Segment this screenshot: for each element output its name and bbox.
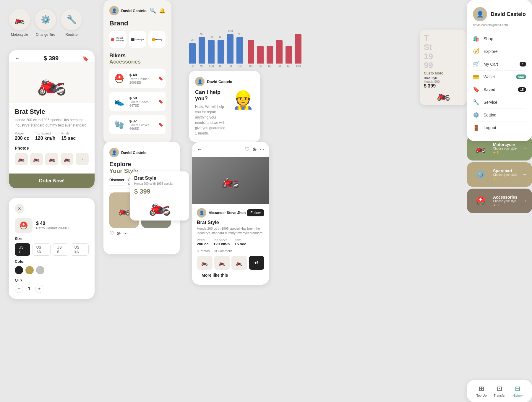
social-detail-panel: ← ♡ ⊕ ··· 🏍️ 👤 Alexander Steve Jhon Foll… <box>192 142 269 285</box>
color-black[interactable] <box>15 266 23 274</box>
gloves-bookmark-icon[interactable]: 🔖 <box>158 122 163 127</box>
product-body: Brat Style Honda 200 cc th 1995 special … <box>9 103 95 174</box>
search-icon[interactable]: 🔍 <box>150 7 156 14</box>
menu-shop-label: Shop <box>484 36 526 41</box>
explore-add-icon[interactable]: ⊕ <box>116 230 121 237</box>
photos-count[interactable]: 8 Photos <box>197 249 210 253</box>
nav-top-up[interactable]: ⊞ Top Up <box>476 385 487 397</box>
spec-power-label: Power <box>15 132 29 135</box>
product-teaser-card: TSt1999 Custo Moto Brat Style Honda 900.… <box>420 30 467 105</box>
photo-thumb-4[interactable]: 🏍️ <box>61 153 74 165</box>
menu-item-wallet[interactable]: 💳 Wallet 968 <box>473 71 526 83</box>
menu-item-shop[interactable]: 🛍️ Shop <box>473 33 526 45</box>
brand-logo-royal-enfield[interactable]: 🔴Royal Enfield <box>109 31 126 48</box>
motorcycle-card-name: Motorcycle <box>493 142 518 147</box>
qty-minus-button[interactable]: − <box>15 285 23 293</box>
brand-title: Brand <box>109 20 166 27</box>
quick-actions-panel: 🏍️ Motorcycle ⚙️ Change Tire 🔧 Routine <box>9 9 82 37</box>
qty-plus-button[interactable]: + <box>35 285 43 293</box>
color-gold[interactable] <box>25 266 34 274</box>
menu-item-logout[interactable]: 🚪 Logout <box>473 121 526 134</box>
order-now-button[interactable]: Order Now! <box>9 174 95 188</box>
size-us75[interactable]: US 7,5 <box>33 243 51 256</box>
social-thumb-1[interactable]: 🏍️ <box>197 256 213 270</box>
social-back-button[interactable]: ← <box>197 146 202 153</box>
help-text-block: Can I help you? Hallo, We will help you … <box>195 89 227 136</box>
quick-action-routine[interactable]: 🔧 Routine <box>61 9 82 37</box>
product-detail-header: ← $ 399 🔖 <box>9 50 95 62</box>
size-us85[interactable]: US 8,5 <box>71 243 89 256</box>
qty-section: QTY − 1 + <box>15 278 89 293</box>
history-label: History <box>512 394 523 397</box>
size-us8[interactable]: US 8 <box>53 243 68 256</box>
menu-item-saved[interactable]: 🔖 Saved 15 <box>473 83 526 96</box>
photo-thumb-3[interactable]: 🏍️ <box>45 153 58 165</box>
photo-thumb-2[interactable]: 🏍️ <box>30 153 43 165</box>
bar-red-4 <box>276 40 283 64</box>
social-more-button[interactable]: ··· <box>260 146 264 153</box>
nav-history[interactable]: ⊟ History <box>512 385 523 397</box>
menu-item-my-cart[interactable]: 🛒 My Cart 1 <box>473 58 526 71</box>
tab-discover[interactable]: Discover <box>109 178 124 186</box>
color-silver[interactable] <box>36 266 44 274</box>
menu-item-service[interactable]: 🔧 Service <box>473 96 526 109</box>
social-thumb-2[interactable]: 🏍️ <box>214 256 230 270</box>
bar-col-1: 70 80 <box>189 38 196 68</box>
product-card-accessories[interactable]: ⛑️ Accessories Choose your style! ★ 5 → <box>467 189 532 213</box>
cart-badge: 1 <box>520 62 526 67</box>
quick-action-motorcycle-label: Motorcycle <box>11 33 28 37</box>
bar-blue-2 <box>199 37 205 64</box>
qty-label: QTY <box>15 278 89 282</box>
follow-button[interactable]: Follow <box>247 209 264 216</box>
explore-more-icon[interactable]: ··· <box>123 230 128 237</box>
service-icon: 🔧 <box>473 99 480 106</box>
helmet-bookmark-icon[interactable]: 🔖 <box>158 76 163 81</box>
shoes-bookmark-icon[interactable]: 🔖 <box>158 99 163 104</box>
photo-thumb-5[interactable]: › <box>76 153 89 165</box>
shoes-price: $ 50 <box>129 96 155 100</box>
nav-transfer[interactable]: ⊡ Transfer <box>494 385 506 397</box>
social-user-avatar: 👤 <box>197 208 206 218</box>
social-add-button[interactable]: ⊕ <box>252 146 257 153</box>
sparepart-card-stars: ★ 5 <box>493 177 518 181</box>
social-like-button[interactable]: ♡ <box>245 146 249 153</box>
social-more-count[interactable]: +5 <box>249 256 265 270</box>
menu-item-explore[interactable]: 🧭 Explore <box>473 45 526 58</box>
bar-red-3 <box>267 46 273 64</box>
sparepart-card-arrow-icon: → <box>522 171 527 178</box>
photo-thumb-1[interactable]: 🏍️ <box>15 153 28 165</box>
sparepart-card-icon: ⚙️ <box>472 166 489 183</box>
brand-logos: 🔴Royal Enfield ⬛Triumph 🟠Harley <box>109 31 166 48</box>
explore-like-icon[interactable]: ♡ <box>109 230 114 237</box>
brand-logo-harley[interactable]: 🟠Harley <box>148 31 166 48</box>
cart-close-button[interactable]: ✕ <box>15 204 24 213</box>
social-thumb-3[interactable]: 🏍️ <box>231 256 247 270</box>
bookmark-icon[interactable]: 🔖 <box>82 55 89 62</box>
explore-moto-price: $ 399 <box>134 188 185 195</box>
teaser-big-text: TSt1999 <box>424 34 463 70</box>
accessories-card-tagline: Choose your style! <box>493 200 518 203</box>
accessory-item-gloves[interactable]: 🧤 $ 37 Bikers Gloves 666SD 🔖 <box>109 115 166 134</box>
social-spec-power: Power 200 cc <box>197 239 209 246</box>
social-user-row: 👤 Alexander Steve Jhon Follow <box>197 208 264 218</box>
brand-logo-triumph[interactable]: ⬛Triumph <box>129 31 146 48</box>
sparepart-card-info: Sparepart Choose your style! ★ 5 <box>493 168 518 181</box>
brand-username: David Castelo <box>121 9 147 13</box>
quick-action-routine-label: Routine <box>65 33 77 37</box>
sparepart-card-name: Sparepart <box>493 168 518 173</box>
bar-red-2 <box>257 46 264 64</box>
accessory-item-helmet[interactable]: ⛑️ $ 40 Retro Helmet 2098ES 🔖 <box>109 69 166 88</box>
accessory-item-shoes[interactable]: 👟 $ 50 Bikers Shoes 647SD 🔖 <box>109 92 166 111</box>
sparepart-card-tagline: Choose your style! <box>493 173 518 176</box>
menu-item-setting[interactable]: ⚙️ Setting <box>473 109 526 121</box>
comments-count[interactable]: 10 Comment <box>213 249 232 253</box>
notification-icon[interactable]: 🔔 <box>159 7 166 14</box>
accessory-info-gloves: $ 37 Bikers Gloves 666SD <box>129 119 155 130</box>
bar-red-6 <box>295 34 301 64</box>
product-card-sparepart[interactable]: ⚙️ Sparepart Choose your style! ★ 5 → <box>467 162 532 187</box>
back-button[interactable]: ← <box>15 55 20 61</box>
quick-action-change-tire[interactable]: ⚙️ Change Tire <box>35 9 56 37</box>
quick-action-motorcycle[interactable]: 🏍️ Motorcycle <box>9 9 30 37</box>
product-specs: Power 200 cc Top Speed 120 km/h Km/h 15 … <box>15 132 89 141</box>
size-us7[interactable]: US 7 <box>15 243 30 256</box>
